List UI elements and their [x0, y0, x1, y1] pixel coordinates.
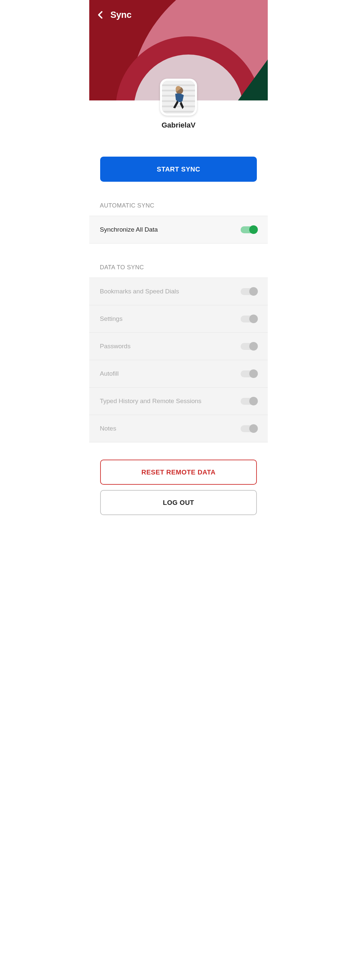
row-bookmarks: Bookmarks and Speed Dials — [89, 278, 268, 305]
toggle-synchronize-all-data[interactable] — [241, 226, 257, 233]
row-label: Bookmarks and Speed Dials — [100, 288, 179, 295]
row-label-synchronize-all-data: Synchronize All Data — [100, 226, 158, 233]
section-header-automatic-sync: AUTOMATIC SYNC — [89, 202, 268, 209]
row-passwords: Passwords — [89, 333, 268, 360]
section-header-data-to-sync: DATA TO SYNC — [89, 264, 268, 271]
page-title: Sync — [110, 10, 132, 20]
toggle-notes — [241, 425, 257, 432]
reset-remote-label: RESET REMOTE DATA — [142, 469, 215, 476]
toggle-passwords — [241, 343, 257, 350]
log-out-label: LOG OUT — [163, 499, 194, 506]
log-out-button[interactable]: LOG OUT — [100, 490, 257, 515]
header: Sync — [89, 0, 268, 100]
row-label: Notes — [100, 425, 116, 432]
row-autofill: Autofill — [89, 360, 268, 388]
start-sync-label: START SYNC — [157, 165, 200, 173]
toggle-autofill — [241, 371, 257, 377]
avatar[interactable] — [160, 79, 197, 116]
reset-remote-data-button[interactable]: RESET REMOTE DATA — [100, 460, 257, 485]
toggle-bookmarks — [241, 288, 257, 295]
back-icon[interactable] — [95, 10, 106, 20]
toggle-settings — [241, 315, 257, 323]
row-notes: Notes — [89, 415, 268, 442]
row-typed-history: Typed History and Remote Sessions — [89, 388, 268, 415]
toggle-typed-history — [241, 398, 257, 405]
avatar-image — [162, 81, 195, 114]
row-label: Passwords — [100, 343, 131, 350]
row-settings: Settings — [89, 305, 268, 333]
row-label: Typed History and Remote Sessions — [100, 398, 201, 405]
user-name: GabrielaV — [89, 121, 268, 129]
row-label: Settings — [100, 315, 123, 323]
row-label: Autofill — [100, 370, 119, 377]
row-synchronize-all-data[interactable]: Synchronize All Data — [89, 216, 268, 243]
start-sync-button[interactable]: START SYNC — [100, 157, 257, 182]
